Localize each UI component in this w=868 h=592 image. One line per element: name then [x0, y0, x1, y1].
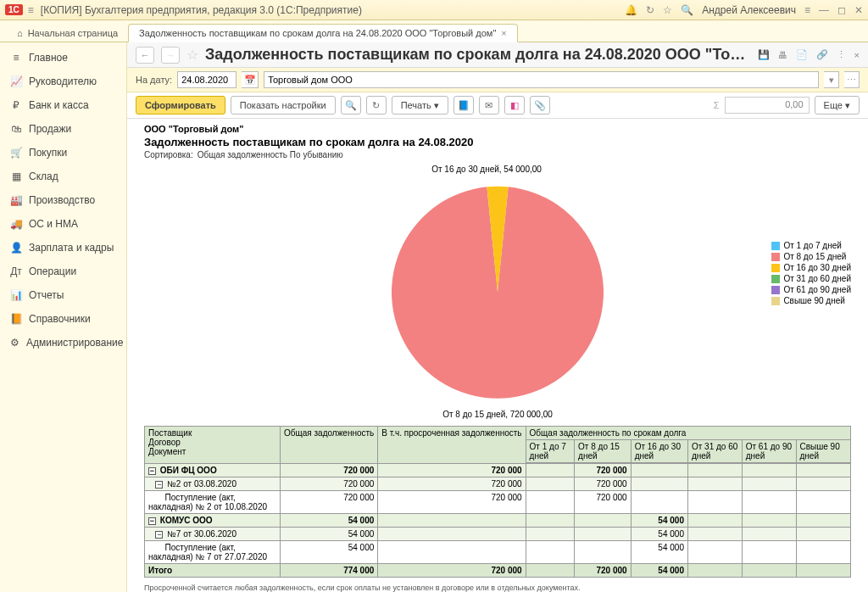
organization-input[interactable]: [264, 71, 819, 88]
sidebar-item[interactable]: 📊Отчеты: [0, 283, 126, 307]
org-select-icon[interactable]: ⋯: [844, 71, 860, 88]
sidebar-item-icon: 🏭: [10, 194, 22, 206]
cell-overdue: [378, 541, 526, 564]
cell-c2: 720 000: [575, 564, 632, 578]
date-input[interactable]: [177, 71, 236, 88]
pie-svg: [387, 182, 608, 402]
tab-home[interactable]: ⌂ Начальная страница: [7, 25, 128, 42]
legend-item: Свыше 90 дней: [771, 296, 851, 305]
sidebar-item[interactable]: 🏭Производство: [0, 188, 126, 212]
cell-c6: [796, 564, 850, 578]
sidebar-item-icon: 📊: [10, 289, 22, 301]
cell-total: 54 000: [281, 528, 378, 541]
cell-overdue: 720 000: [378, 478, 526, 491]
sidebar-item-icon: 🛍: [10, 123, 22, 135]
cell-c5: [742, 564, 796, 578]
report-header: ООО "Торговый дом" Задолженность поставщ…: [144, 124, 851, 159]
cell-overdue: 720 000: [378, 564, 526, 578]
cell-total: 774 000: [281, 564, 378, 578]
sidebar-item[interactable]: 📙Справочники: [0, 307, 126, 331]
calendar-icon[interactable]: 📅: [242, 71, 259, 88]
panel-close-icon[interactable]: ×: [854, 50, 860, 60]
cell-desc: Поступление (акт, накладная) № 7 от 27.0…: [145, 541, 281, 564]
sidebar-item[interactable]: ▦Склад: [0, 165, 126, 188]
bell-icon[interactable]: 🔔: [625, 4, 637, 16]
toolbar: Сформировать Показать настройки 🔍 ↻ Печа…: [127, 92, 868, 119]
cell-c2: [575, 528, 632, 541]
generate-button[interactable]: Сформировать: [136, 96, 225, 114]
legend-item: От 8 до 15 дней: [771, 252, 851, 261]
cell-c4: [687, 564, 742, 578]
th-c3: От 16 до 30 дней: [631, 440, 687, 463]
cell-c5: [742, 541, 796, 564]
settings-button[interactable]: Показать настройки: [231, 96, 336, 114]
cell-c5: [742, 478, 796, 491]
tab-document[interactable]: Задолженность поставщикам по срокам долг…: [128, 24, 518, 42]
user-label[interactable]: Андрей Алексеевич: [702, 4, 796, 16]
variant-button[interactable]: ◧: [504, 96, 525, 114]
save-icon[interactable]: 💾: [758, 49, 770, 60]
tree-toggle[interactable]: −: [155, 481, 163, 489]
cell-c3: [631, 478, 687, 491]
report-title: Задолженность поставщикам по срокам долг…: [144, 136, 851, 148]
chart-legend: От 1 до 7 днейОт 8 до 15 днейОт 16 до 30…: [771, 241, 851, 307]
link-icon[interactable]: 🔗: [816, 49, 828, 60]
legend-swatch: [771, 297, 780, 305]
star-icon[interactable]: ☆: [663, 4, 672, 16]
export-icon[interactable]: 📄: [796, 49, 808, 60]
search-icon[interactable]: 🔍: [681, 4, 693, 16]
close-icon[interactable]: ✕: [854, 4, 863, 16]
sidebar-item[interactable]: ⚙Администрирование: [0, 331, 126, 355]
report-body: ООО "Торговый дом" Задолженность поставщ…: [127, 119, 868, 592]
cell-c3: [631, 491, 687, 514]
cell-c3: 54 000: [631, 528, 687, 541]
find-button[interactable]: 🔍: [341, 96, 361, 114]
back-button[interactable]: ←: [136, 47, 154, 64]
cell-c6: [796, 478, 850, 491]
document-header: ← → ☆ Задолженность поставщикам по срока…: [127, 42, 868, 68]
th-c1: От 1 до 7 дней: [526, 440, 574, 463]
print-button[interactable]: Печать ▾: [392, 96, 448, 114]
tree-toggle[interactable]: −: [148, 517, 156, 525]
minimize-icon[interactable]: —: [819, 4, 829, 16]
options-icon[interactable]: ≡: [804, 4, 810, 16]
tree-toggle[interactable]: −: [155, 531, 163, 539]
chart-label-bottom: От 8 до 15 дней, 720 000,00: [442, 410, 553, 419]
sidebar-item[interactable]: ДтОперации: [0, 260, 126, 283]
sidebar-item[interactable]: 👤Зарплата и кадры: [0, 236, 126, 260]
sidebar-item-icon: 👤: [10, 242, 22, 254]
export-excel-button[interactable]: 📘: [453, 96, 474, 114]
print-icon[interactable]: 🖶: [778, 50, 787, 60]
maximize-icon[interactable]: ◻: [837, 4, 846, 16]
tab-document-label: Задолженность поставщикам по срокам долг…: [139, 28, 496, 38]
forward-button[interactable]: →: [161, 47, 180, 64]
sidebar-item[interactable]: 📈Руководителю: [0, 70, 126, 93]
legend-label: От 1 до 7 дней: [783, 241, 842, 250]
kebab-icon[interactable]: ⋮: [837, 49, 846, 60]
tree-toggle[interactable]: −: [148, 467, 156, 475]
menu-icon[interactable]: ≡: [28, 4, 34, 16]
th-c6: Свыше 90 дней: [796, 440, 850, 463]
attach-button[interactable]: 📎: [530, 96, 550, 114]
cell-desc: − №2 от 03.08.2020: [145, 478, 281, 491]
favorite-icon[interactable]: ☆: [186, 47, 198, 63]
home-icon: ⌂: [17, 28, 23, 38]
report-sort: Сортировка: Общая задолженность По убыва…: [144, 150, 851, 159]
org-dropdown-icon[interactable]: ▾: [824, 71, 839, 88]
sidebar-item[interactable]: 🚚ОС и НМА: [0, 212, 126, 236]
cell-c5: [742, 491, 796, 514]
cell-c6: [796, 491, 850, 514]
more-button[interactable]: Еще ▾: [815, 96, 860, 114]
history-icon[interactable]: ↻: [646, 4, 654, 16]
refresh-button[interactable]: ↻: [366, 96, 387, 114]
tab-close-icon[interactable]: ×: [501, 28, 506, 38]
cell-c5: [742, 464, 796, 478]
sidebar-item[interactable]: ₽Банк и касса: [0, 93, 126, 117]
sidebar-item[interactable]: ≡Главное: [0, 46, 126, 70]
date-label: На дату:: [136, 75, 172, 85]
sidebar-item[interactable]: 🛒Покупки: [0, 141, 126, 165]
email-button[interactable]: ✉: [479, 96, 499, 114]
sidebar-item-label: Склад: [29, 170, 58, 182]
sidebar-item[interactable]: 🛍Продажи: [0, 117, 126, 141]
legend-label: От 61 до 90 дней: [783, 285, 851, 294]
